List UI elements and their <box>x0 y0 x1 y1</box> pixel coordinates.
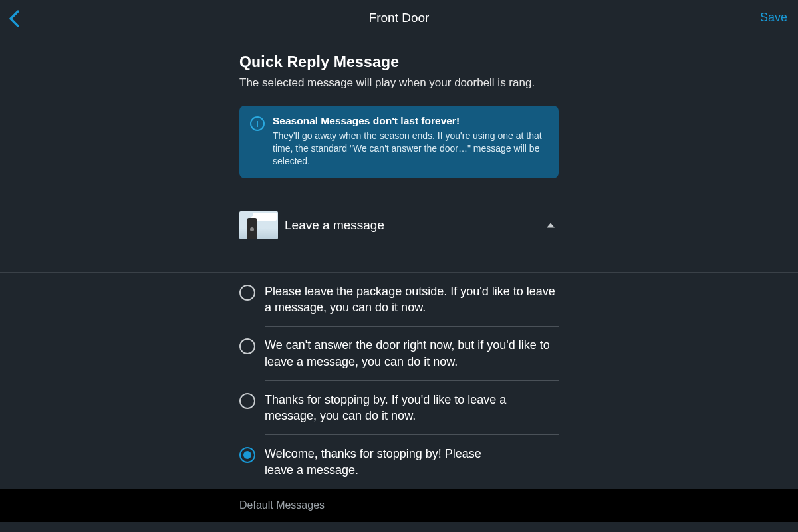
section-subtitle: The selected message will play when your… <box>239 76 559 90</box>
info-banner-title: Seasonal Messages don't last forever! <box>273 115 548 127</box>
category-label: Leave a message <box>285 218 384 233</box>
category-row[interactable]: Leave a message <box>239 196 559 255</box>
save-button[interactable]: Save <box>760 11 787 25</box>
info-icon: i <box>250 116 265 131</box>
option-row[interactable]: Thanks for stopping by. If you'd like to… <box>239 381 559 435</box>
info-banner: i Seasonal Messages don't last forever! … <box>239 106 559 178</box>
option-row[interactable]: Please leave the package outside. If you… <box>239 273 559 327</box>
radio-icon[interactable] <box>239 285 255 301</box>
doorbell-thumbnail-icon <box>239 211 278 239</box>
options-list: Please leave the package outside. If you… <box>239 273 559 489</box>
option-label: Thanks for stopping by. If you'd like to… <box>265 392 559 424</box>
option-label: We can't answer the door right now, but … <box>265 337 559 370</box>
section-header: Default Messages <box>0 489 798 522</box>
section-header-label: Default Messages <box>239 499 559 511</box>
radio-icon[interactable] <box>239 393 255 409</box>
page-title: Front Door <box>369 11 430 25</box>
header: Front Door Save <box>0 0 798 36</box>
section-title: Quick Reply Message <box>239 53 559 71</box>
chevron-left-icon <box>9 10 21 27</box>
radio-selected-icon[interactable] <box>239 447 255 463</box>
info-banner-body: They'll go away when the season ends. If… <box>273 130 548 168</box>
option-row[interactable]: Welcome, thanks for stopping by! Please … <box>239 435 559 489</box>
option-row[interactable]: Hi! We'll be right there. <box>239 522 559 532</box>
chevron-up-icon <box>547 223 555 227</box>
content: Quick Reply Message The selected message… <box>239 36 559 178</box>
option-row[interactable]: We can't answer the door right now, but … <box>239 327 559 380</box>
back-button[interactable] <box>5 9 24 28</box>
default-options-list: Hi! We'll be right there. Sorry, we're n… <box>239 522 559 532</box>
option-label: Please leave the package outside. If you… <box>265 283 559 316</box>
option-label: Welcome, thanks for stopping by! Please … <box>265 446 504 478</box>
radio-icon[interactable] <box>239 338 255 354</box>
info-text: Seasonal Messages don't last forever! Th… <box>273 115 548 168</box>
